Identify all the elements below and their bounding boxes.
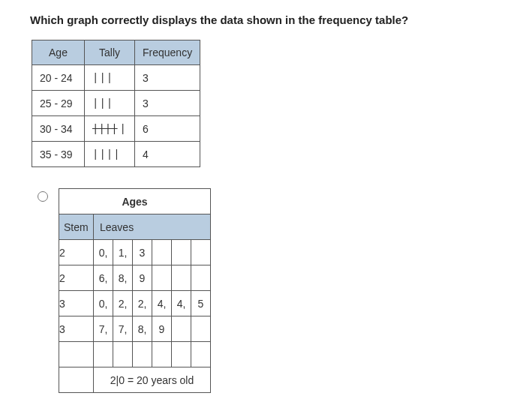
leaf-cell: 7, [94, 316, 113, 342]
freq-header-age: Age [32, 40, 85, 65]
leaf-cell: 9 [133, 266, 152, 291]
leaf-cell: 4, [172, 291, 191, 316]
leaf-cell [191, 240, 211, 266]
leaf-cell [191, 342, 211, 368]
leaf-cell: 6, [94, 266, 113, 291]
leaf-cell [191, 316, 211, 342]
leaf-cell [152, 342, 172, 368]
leaf-cell [152, 240, 172, 266]
leaf-cell [94, 342, 113, 368]
answer-option: Ages Stem Leaves 2 0, 1, 3 2 6, 8, 9 3 0… [38, 188, 475, 393]
leaf-cell: 0, [94, 240, 113, 266]
freq-cell: 6 [135, 116, 200, 142]
table-row: 2 6, 8, 9 [59, 266, 211, 291]
table-row [59, 342, 211, 368]
leaves-header: Leaves [94, 214, 211, 240]
leaf-cell: 7, [113, 316, 133, 342]
age-cell: 35 - 39 [32, 142, 85, 167]
leaf-cell: 9 [152, 316, 172, 342]
table-row: 20 - 24 ||| 3 [32, 65, 200, 91]
leaf-cell: 8, [133, 316, 152, 342]
empty-stem-cell [59, 342, 94, 368]
stem-leaf-table: Ages Stem Leaves 2 0, 1, 3 2 6, 8, 9 3 0… [59, 188, 211, 393]
leaf-cell: 1, [113, 240, 133, 266]
leaf-cell: 2, [133, 291, 152, 316]
leaf-cell [172, 342, 191, 368]
stem-cell: 2 [59, 240, 94, 266]
age-cell: 30 - 34 [32, 116, 85, 142]
table-row: 3 7, 7, 8, 9 [59, 316, 211, 342]
freq-cell: 3 [135, 65, 200, 91]
freq-header-tally: Tally [85, 40, 135, 65]
stem-leaf-title: Ages [59, 189, 211, 214]
leaf-cell [172, 240, 191, 266]
stem-header: Stem [59, 214, 94, 240]
table-row: 25 - 29 ||| 3 [32, 91, 200, 116]
leaf-cell [172, 266, 191, 291]
leaf-cell: 2, [113, 291, 133, 316]
freq-header-frequency: Frequency [135, 40, 200, 65]
question-text: Which graph correctly displays the data … [30, 14, 475, 26]
table-row: 30 - 34 ||||| 6 [32, 116, 200, 142]
leaf-cell: 4, [152, 291, 172, 316]
leaf-cell [191, 266, 211, 291]
tally-cell: ||| [85, 65, 135, 91]
stem-cell: 3 [59, 291, 94, 316]
tally-cell: ||| [85, 91, 135, 116]
leaf-cell [152, 266, 172, 291]
table-row: 2 0, 1, 3 [59, 240, 211, 266]
tally-cell: ||||| [85, 116, 135, 142]
leaf-cell: 5 [191, 291, 211, 316]
leaf-cell [133, 342, 152, 368]
empty-stem-cell [59, 368, 94, 393]
leaf-cell: 8, [113, 266, 133, 291]
leaf-cell [172, 316, 191, 342]
age-cell: 25 - 29 [32, 91, 85, 116]
option-radio[interactable] [38, 191, 48, 202]
leaf-cell: 0, [94, 291, 113, 316]
table-row: 3 0, 2, 2, 4, 4, 5 [59, 291, 211, 316]
freq-cell: 3 [135, 91, 200, 116]
leaf-cell [113, 342, 133, 368]
age-cell: 20 - 24 [32, 65, 85, 91]
key-row: 2|0 = 20 years old [59, 368, 211, 393]
tally-cell: |||| [85, 142, 135, 167]
leaf-cell: 3 [133, 240, 152, 266]
stem-cell: 2 [59, 266, 94, 291]
stem-leaf-key: 2|0 = 20 years old [94, 368, 211, 393]
table-row: 35 - 39 |||| 4 [32, 142, 200, 167]
freq-cell: 4 [135, 142, 200, 167]
stem-cell: 3 [59, 316, 94, 342]
frequency-table: Age Tally Frequency 20 - 24 ||| 3 25 - 2… [32, 40, 200, 167]
